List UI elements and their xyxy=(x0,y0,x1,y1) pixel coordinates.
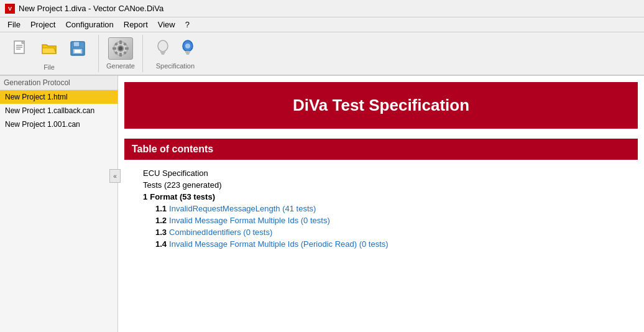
spec-main-header: DiVa Test Specification xyxy=(124,82,638,129)
svg-rect-21 xyxy=(160,51,165,53)
svg-rect-8 xyxy=(75,50,81,53)
svg-rect-14 xyxy=(125,47,129,50)
toc-subitem-1-3-number: 1.3 xyxy=(155,228,167,237)
toc-item-format: 1Format (53 tests) xyxy=(143,191,632,203)
menu-report[interactable]: Report xyxy=(119,19,153,30)
svg-rect-6 xyxy=(73,42,80,47)
generate-group-label: Generate xyxy=(106,62,135,70)
svg-rect-25 xyxy=(185,51,190,53)
sidebar-item-callback[interactable]: New Project 1.callback.can xyxy=(0,104,117,118)
toc-body: ECU Specification Tests (223 generated) … xyxy=(118,167,644,262)
file-icons xyxy=(7,36,91,61)
toolbar-specification-group: Specification xyxy=(143,35,208,72)
toc-item-format-number: 1 xyxy=(143,192,147,201)
sidebar-item-html[interactable]: New Project 1.html xyxy=(0,90,117,104)
new-file-icon xyxy=(11,39,30,58)
sidebar-item-001can[interactable]: New Project 1.001.can xyxy=(0,118,117,131)
menu-bar: File Project Configuration Report View ? xyxy=(0,17,644,32)
toc-title: Table of contents xyxy=(132,144,213,154)
spec-group-label: Specification xyxy=(156,62,195,70)
svg-point-20 xyxy=(158,40,168,52)
bulb-on-icon xyxy=(179,39,196,58)
content-area: DiVa Test Specification Table of content… xyxy=(118,76,644,332)
app-icon: V xyxy=(5,4,15,14)
toc-item-ecu: ECU Specification xyxy=(143,167,632,179)
sidebar-section-label: Generation Protocol xyxy=(0,76,117,90)
main-area: « Generation Protocol New Project 1.html… xyxy=(0,76,644,332)
open-button[interactable] xyxy=(36,36,62,61)
svg-rect-13 xyxy=(113,47,116,50)
spec-on-button[interactable] xyxy=(178,37,198,60)
menu-help[interactable]: ? xyxy=(180,19,195,30)
collapse-sidebar-button[interactable]: « xyxy=(109,169,121,183)
toc-subitem-1-1[interactable]: 1.1InvalidRequestMessageLength (41 tests… xyxy=(143,203,632,214)
menu-view[interactable]: View xyxy=(153,19,180,30)
svg-point-28 xyxy=(185,44,190,48)
spec-icon-row xyxy=(153,37,198,60)
toolbar: File Generate xyxy=(0,32,644,76)
save-button[interactable] xyxy=(65,36,91,61)
bulb-off-icon xyxy=(154,39,172,58)
toolbar-generate-group: Generate xyxy=(99,35,143,72)
file-group-label: File xyxy=(44,63,55,71)
toc-subitem-1-2-number: 1.2 xyxy=(155,216,167,225)
new-button[interactable] xyxy=(7,36,34,61)
title-bar: V New Project 1.diva - Vector CANoe.DiVa xyxy=(0,0,644,17)
toc-subitem-1-3[interactable]: 1.3CombinedIdentifiers (0 tests) xyxy=(143,226,632,238)
generate-button[interactable] xyxy=(108,37,133,60)
open-folder-icon xyxy=(39,39,59,58)
window-title: New Project 1.diva - Vector CANoe.DiVa xyxy=(19,4,163,13)
menu-project[interactable]: Project xyxy=(25,19,60,30)
svg-point-19 xyxy=(119,47,122,50)
toc-subitem-1-2[interactable]: 1.2Invalid Message Format Multiple Ids (… xyxy=(143,214,632,226)
menu-file[interactable]: File xyxy=(2,19,25,30)
toc-subitem-1-4-number: 1.4 xyxy=(155,239,167,249)
menu-configuration[interactable]: Configuration xyxy=(60,19,118,30)
toc-subitem-1-1-number: 1.1 xyxy=(155,204,167,213)
spec-off-button[interactable] xyxy=(153,37,173,60)
toolbar-file-group: File xyxy=(0,35,99,72)
toc-header: Table of contents xyxy=(124,139,638,160)
toc-subitem-1-4[interactable]: 1.4Invalid Message Format Multiple Ids (… xyxy=(143,238,632,250)
spec-main-title: DiVa Test Specification xyxy=(293,96,469,114)
sidebar: Generation Protocol New Project 1.html N… xyxy=(0,76,118,332)
toc-item-tests: Tests (223 generated) xyxy=(143,179,632,191)
svg-rect-12 xyxy=(119,53,122,57)
save-icon xyxy=(68,39,88,58)
svg-rect-11 xyxy=(119,40,122,44)
